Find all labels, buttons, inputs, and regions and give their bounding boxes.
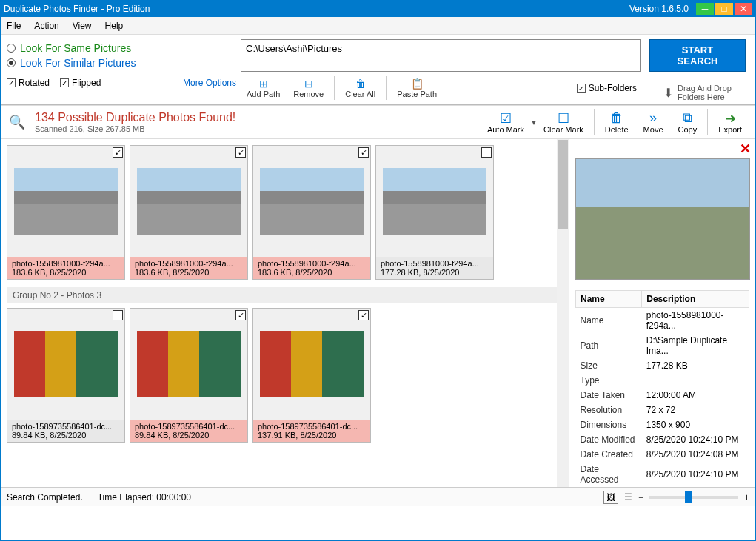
- move-button[interactable]: »Move: [636, 109, 671, 135]
- thumbnail-checkbox[interactable]: ✓: [113, 147, 123, 158]
- properties-table: NameDescription Namephoto-1558981000-f29…: [575, 290, 749, 487]
- remove-path-button[interactable]: ⊟Remove: [287, 76, 330, 100]
- zoom-out-button[interactable]: −: [638, 492, 643, 503]
- thumbnail-item[interactable]: ✓photo-1589735586401-dc...137.91 KB, 8/2…: [252, 308, 371, 443]
- paste-path-button[interactable]: 📋Paste Path: [391, 76, 443, 100]
- add-path-button[interactable]: ⊞Add Path: [241, 76, 286, 100]
- close-button[interactable]: ✕: [735, 3, 752, 15]
- menu-view[interactable]: View: [73, 21, 92, 31]
- version-label: Version 1.6.5.0: [629, 4, 689, 14]
- close-preview-button[interactable]: ✕: [740, 141, 751, 157]
- preview-image: [575, 158, 750, 280]
- thumbnail-checkbox[interactable]: [113, 310, 123, 320]
- thumbnail-checkbox[interactable]: ✓: [235, 147, 246, 158]
- thumbnail-item[interactable]: ✓photo-1589735586401-dc...89.84 KB, 8/25…: [130, 308, 248, 443]
- maximize-button[interactable]: □: [715, 3, 733, 15]
- copy-button[interactable]: ⧉Copy: [671, 109, 705, 135]
- group-header: Group No 2 - Photos 3: [7, 287, 563, 303]
- thumbnail-item[interactable]: ✓photo-1558981000-f294a...183.6 KB, 8/25…: [252, 145, 371, 280]
- checkbox-flipped[interactable]: ✓Flipped: [60, 78, 101, 88]
- results-subline: Scanned 216, Size 267.85 MB: [35, 124, 235, 133]
- time-elapsed: Time Elapsed: 00:00:00: [98, 492, 191, 503]
- scrollbar[interactable]: [557, 139, 569, 487]
- thumbnail-item[interactable]: ✓photo-1558981000-f294a...183.6 KB, 8/25…: [7, 145, 125, 280]
- thumbnail-pane: ✓photo-1558981000-f294a...183.6 KB, 8/25…: [1, 139, 569, 487]
- radio-same-pictures[interactable]: Look For Same Pictures: [7, 42, 236, 54]
- thumbnail-checkbox[interactable]: ✓: [358, 310, 369, 320]
- path-list[interactable]: C:\Users\Ashi\Pictures: [241, 39, 641, 72]
- thumbnail-checkbox[interactable]: ✓: [358, 147, 369, 158]
- menu-bar: File Action View Help: [1, 17, 755, 35]
- view-list-button[interactable]: ☰: [624, 492, 632, 503]
- zoom-in-button[interactable]: +: [744, 492, 749, 503]
- export-button[interactable]: ➜Export: [711, 109, 749, 135]
- start-search-button[interactable]: START SEARCH: [649, 39, 746, 72]
- results-headline: 134 Possible Duplicate Photos Found!: [35, 111, 235, 124]
- thumbnail-item[interactable]: ✓photo-1558981000-f294a...183.6 KB, 8/25…: [130, 145, 248, 280]
- drag-drop-hint: ⬇ Drag And DropFolders Here: [663, 84, 732, 101]
- more-options-link[interactable]: More Options: [183, 78, 236, 88]
- thumbnail-item[interactable]: photo-1558981000-f294a...177.28 KB, 8/25…: [375, 145, 494, 280]
- zoom-slider[interactable]: [649, 496, 738, 499]
- menu-help[interactable]: Help: [105, 21, 124, 31]
- app-title: Duplicate Photos Finder - Pro Edition: [4, 4, 629, 14]
- minimize-button[interactable]: ─: [696, 3, 714, 15]
- checkbox-rotated[interactable]: ✓Rotated: [7, 78, 50, 88]
- delete-button[interactable]: 🗑Delete: [598, 109, 636, 135]
- clear-mark-button[interactable]: ☐Clear Mark: [536, 109, 591, 135]
- search-icon: 🔍: [7, 112, 27, 132]
- thumbnail-item[interactable]: photo-1589735586401-dc...89.84 KB, 8/25/…: [7, 308, 125, 443]
- view-thumbnails-button[interactable]: 🖼: [603, 491, 618, 504]
- radio-similar-pictures[interactable]: Look For Similar Pictures: [7, 57, 236, 69]
- download-icon: ⬇: [663, 86, 673, 100]
- status-text: Search Completed.: [7, 492, 83, 503]
- thumbnail-checkbox[interactable]: ✓: [235, 310, 246, 320]
- auto-mark-button[interactable]: ☑Auto Mark: [480, 109, 532, 135]
- thumbnail-checkbox[interactable]: [481, 147, 492, 158]
- checkbox-subfolders[interactable]: ✓Sub-Folders: [577, 83, 637, 93]
- clear-all-button[interactable]: 🗑Clear All: [339, 76, 381, 100]
- menu-file[interactable]: File: [7, 21, 21, 31]
- preview-pane: ✕ NameDescription Namephoto-1558981000-f…: [569, 139, 755, 487]
- menu-action[interactable]: Action: [34, 21, 58, 31]
